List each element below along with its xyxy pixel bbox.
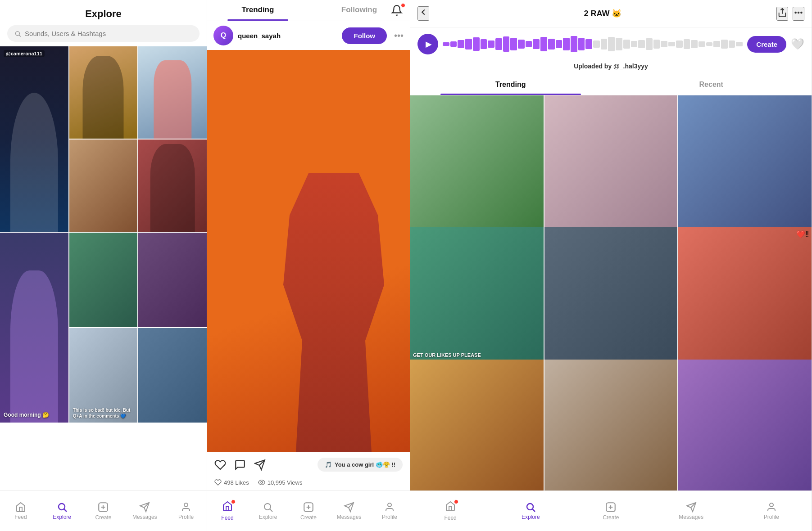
- nav-create-label-p3: Create: [603, 514, 619, 521]
- sound-cell-4[interactable]: GET OUR LIKES UP PLEASE: [410, 227, 544, 360]
- views-icon: [258, 479, 265, 486]
- tab-trending[interactable]: Trending: [207, 0, 308, 21]
- sound-wave-icon: 🎵: [325, 461, 332, 468]
- svg-point-24: [801, 12, 802, 13]
- nav-messages-p3[interactable]: Messages: [678, 502, 705, 520]
- feed-video[interactable]: [207, 50, 410, 452]
- nav-feed-p3[interactable]: Feed: [437, 501, 464, 521]
- nav-explore-p3[interactable]: Explore: [517, 502, 544, 520]
- svg-line-1: [19, 35, 20, 36]
- sound-cell-2[interactable]: [544, 95, 678, 229]
- sound-text: You a cow girl 🥶😤 !!: [335, 461, 395, 468]
- waveform: [443, 36, 743, 52]
- sound-title: 2 RAW 🐱: [434, 9, 772, 18]
- overlay-text-qna: This is so bad! but idc. But Q+A in the …: [73, 407, 138, 419]
- feed-username: queen_sayah: [238, 32, 337, 40]
- svg-line-14: [270, 509, 273, 512]
- video-cell-7[interactable]: [69, 233, 138, 327]
- video-cell-9[interactable]: This is so bad! but idc. But Q+A in the …: [69, 328, 138, 423]
- video-cell-5[interactable]: [138, 140, 207, 232]
- search-bar[interactable]: [7, 25, 200, 42]
- feed-notification-dot: [231, 500, 236, 504]
- nav-explore[interactable]: Explore: [49, 502, 76, 520]
- sound-cell-9[interactable]: [678, 360, 812, 490]
- tab-trending-p3[interactable]: Trending: [410, 75, 611, 95]
- nav-messages[interactable]: Messages: [131, 502, 158, 520]
- ellipsis-icon: [794, 8, 803, 18]
- nav-messages-label-p3: Messages: [679, 514, 703, 520]
- video-cell-3[interactable]: [138, 46, 207, 139]
- nav-messages-label-p2: Messages: [337, 514, 362, 520]
- video-cell-4[interactable]: [69, 140, 138, 232]
- svg-point-20: [388, 503, 391, 507]
- follow-button[interactable]: Follow: [342, 27, 387, 44]
- nav-profile-label-p2: Profile: [382, 514, 397, 520]
- svg-line-26: [533, 509, 535, 512]
- share-button[interactable]: [776, 7, 788, 21]
- nav-create-p2[interactable]: Create: [295, 501, 322, 521]
- nav-messages-p2[interactable]: Messages: [336, 502, 363, 520]
- svg-point-0: [16, 31, 20, 35]
- sound-cell-7[interactable]: [410, 360, 544, 490]
- svg-point-23: [798, 12, 799, 13]
- uploaded-by: Uploaded by @_.hal3yyy: [410, 61, 812, 75]
- sound-panel: 2 RAW 🐱 ▶ Create 🤍 Uploaded by @_.hal3yy…: [410, 0, 812, 531]
- uploaded-by-label: Uploaded by: [574, 63, 612, 70]
- nav-profile-label-p3: Profile: [764, 514, 779, 520]
- video-cell-1[interactable]: @camerona111: [0, 46, 68, 232]
- sound-cell-6[interactable]: ❤️‼️: [678, 227, 812, 360]
- svg-line-3: [64, 509, 67, 512]
- search-input[interactable]: [25, 30, 192, 37]
- bell-container[interactable]: [391, 4, 403, 18]
- create-icon: [97, 501, 109, 513]
- sound-cell-3[interactable]: [678, 95, 812, 229]
- sound-chip[interactable]: 🎵 You a cow girl 🥶😤 !!: [318, 458, 403, 472]
- nav-explore-label: Explore: [53, 514, 71, 520]
- play-icon: ▶: [426, 39, 432, 49]
- video-cell-6[interactable]: Good morning 🤔: [0, 233, 68, 423]
- sound-cell-8[interactable]: [544, 360, 678, 490]
- like-icon[interactable]: [214, 459, 226, 471]
- nav-feed[interactable]: Feed: [7, 502, 34, 520]
- heart-button[interactable]: 🤍: [791, 38, 804, 50]
- share-icon[interactable]: [254, 459, 266, 471]
- views-stat: 10,995 Views: [258, 479, 303, 486]
- nav-feed-label-p3: Feed: [444, 515, 456, 521]
- username-overlay: @camerona111: [4, 50, 45, 57]
- video-cell-10[interactable]: [138, 328, 207, 423]
- share-icon-p3: [777, 8, 787, 18]
- feed-dot-p3: [454, 500, 458, 504]
- nav-create-p3[interactable]: Create: [597, 501, 624, 521]
- video-cell-8[interactable]: [138, 233, 207, 327]
- video-placeholder: [207, 50, 410, 452]
- video-person-silhouette: [271, 173, 397, 452]
- feed-stats: 498 Likes 10,995 Views: [207, 477, 410, 490]
- messages-icon: [139, 502, 150, 513]
- nav-profile[interactable]: Profile: [172, 502, 200, 520]
- sound-cell-5[interactable]: [544, 227, 678, 360]
- nav-messages-label: Messages: [132, 514, 157, 520]
- home-icon: [15, 502, 26, 513]
- explore-icon-p2: [263, 502, 273, 513]
- back-button[interactable]: [417, 6, 429, 21]
- create-button[interactable]: Create: [747, 36, 786, 53]
- play-button[interactable]: ▶: [417, 34, 438, 54]
- comment-icon[interactable]: [234, 459, 246, 471]
- explore-title: Explore: [7, 8, 200, 20]
- nav-profile-p3[interactable]: Profile: [758, 502, 785, 520]
- more-options-button[interactable]: •••: [394, 31, 404, 41]
- more-options-button-p3[interactable]: [793, 7, 804, 21]
- likes-icon: [214, 479, 222, 486]
- feed-bottom-nav: Feed Explore Create Messages Profile: [207, 490, 410, 531]
- heart-overlay: ❤️‼️: [796, 230, 809, 238]
- sound-cell-1[interactable]: [410, 95, 544, 229]
- nav-create[interactable]: Create: [90, 501, 117, 521]
- nav-explore-p2[interactable]: Explore: [254, 502, 281, 520]
- video-cell-2[interactable]: [69, 46, 138, 139]
- sound-header: 2 RAW 🐱: [410, 0, 812, 27]
- nav-feed-p2[interactable]: Feed: [214, 501, 241, 521]
- tab-recent-p3[interactable]: Recent: [611, 75, 812, 95]
- nav-profile-p2[interactable]: Profile: [376, 502, 403, 520]
- likes-stat: 498 Likes: [214, 479, 249, 486]
- explore-icon-p3: [525, 502, 536, 513]
